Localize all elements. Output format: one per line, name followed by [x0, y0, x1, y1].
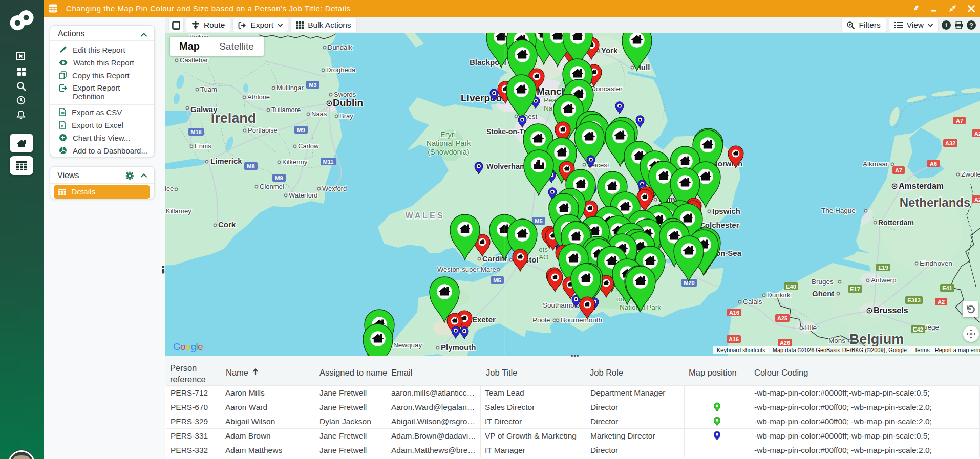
svg-text:Poole: Poole [532, 316, 550, 324]
svg-text:E313: E313 [907, 297, 921, 303]
svg-text:Tullamore: Tullamore [271, 106, 301, 114]
svg-text:Ennis: Ennis [195, 142, 211, 150]
svg-text:lee: lee [165, 185, 174, 192]
svg-text:Ireland: Ireland [211, 111, 257, 126]
svg-text:A25: A25 [777, 315, 787, 321]
svg-text:Portlaoise: Portlaoise [248, 126, 278, 134]
svg-text:Bray: Bray [339, 112, 353, 120]
svg-text:Carlow: Carlow [298, 142, 319, 150]
svg-text:Zwolle: Zwolle [961, 170, 980, 178]
svg-text:Exeter: Exeter [472, 315, 496, 324]
svg-text:Clonmel: Clonmel [260, 183, 284, 190]
svg-text:Brussels: Brussels [874, 306, 908, 315]
svg-text:E41: E41 [942, 285, 952, 291]
svg-text:A2: A2 [974, 196, 980, 203]
svg-text:x: x [61, 124, 63, 128]
svg-text:Mullingar: Mullingar [276, 84, 304, 92]
svg-text:E19: E19 [878, 265, 888, 271]
svg-text:Amsterdam: Amsterdam [899, 182, 944, 190]
svg-text:Tuam: Tuam [200, 85, 217, 93]
svg-text:Ghent: Ghent [812, 289, 834, 298]
svg-text:Killarney: Killarney [166, 207, 191, 215]
svg-text:A26: A26 [780, 340, 790, 346]
svg-text:E42: E42 [913, 326, 923, 333]
svg-text:A2: A2 [938, 299, 945, 305]
svg-text:Calais: Calais [743, 298, 762, 305]
svg-text:M18: M18 [190, 129, 201, 135]
svg-text:Mons: Mons [828, 337, 845, 344]
svg-text:A32: A32 [945, 140, 955, 146]
svg-text:E40: E40 [786, 283, 796, 290]
svg-text:Lille: Lille [804, 324, 817, 332]
svg-text:Dublin: Dublin [333, 97, 363, 108]
svg-text:Weston-super-Mare: Weston-super-Mare [437, 266, 496, 273]
svg-text:Doncaster: Doncaster [591, 85, 623, 93]
svg-text:Wexford: Wexford [322, 185, 347, 192]
svg-text:York: York [601, 46, 618, 55]
svg-text:Castlebar: Castlebar [180, 56, 208, 64]
svg-text:Eryri: Eryri [440, 130, 456, 139]
svg-text:M8: M8 [247, 163, 254, 169]
svg-text:Rotterdam: Rotterdam [878, 218, 914, 227]
svg-text:Ipswich: Ipswich [712, 207, 740, 215]
svg-text:Alkmaar: Alkmaar [863, 160, 888, 168]
svg-text:Netherlands: Netherlands [900, 195, 971, 209]
svg-text:Plymouth: Plymouth [441, 343, 476, 352]
svg-text:Kilkenny: Kilkenny [282, 158, 308, 166]
svg-text:Drogheda: Drogheda [326, 66, 356, 74]
svg-text:(Snowdonia): (Snowdonia) [428, 148, 469, 156]
svg-text:AO: AO [539, 253, 549, 261]
svg-text:Antwerp: Antwerp [871, 276, 897, 284]
svg-text:Galway: Galway [190, 105, 218, 114]
svg-text:The Hague: The Hague [821, 207, 856, 214]
svg-text:M5: M5 [535, 218, 542, 224]
svg-text:M11: M11 [323, 159, 334, 165]
svg-text:Wolverham: Wolverham [486, 162, 526, 170]
svg-text:National Park: National Park [426, 139, 471, 147]
svg-text:Bruges: Bruges [812, 278, 834, 286]
svg-text:Limerick: Limerick [210, 157, 242, 165]
svg-text:Belgium: Belgium [849, 332, 904, 347]
svg-text:M5: M5 [493, 277, 501, 283]
svg-text:ots: ots [539, 246, 548, 253]
svg-text:A7: A7 [895, 167, 902, 173]
svg-text:M9: M9 [297, 127, 305, 133]
svg-text:Dunkirk: Dunkirk [767, 291, 791, 299]
svg-text:E17: E17 [850, 286, 860, 292]
svg-text:WALES: WALES [406, 211, 445, 220]
svg-text:Newquay: Newquay [393, 341, 422, 349]
svg-text:Dundalk: Dundalk [328, 43, 352, 51]
svg-text:Waterford: Waterford [289, 191, 318, 199]
svg-text:M9: M9 [275, 175, 283, 181]
svg-text:A7: A7 [956, 118, 963, 124]
svg-text:A6: A6 [930, 161, 937, 167]
svg-text:Naas: Naas [311, 110, 327, 118]
svg-text:Eindhoven: Eindhoven [920, 259, 952, 267]
svg-text:Cork: Cork [218, 220, 236, 229]
svg-text:A16: A16 [729, 336, 739, 342]
svg-text:M3: M3 [309, 82, 316, 88]
svg-text:A16: A16 [729, 310, 739, 316]
svg-text:A2: A2 [974, 130, 980, 137]
svg-text:Bournemouth: Bournemouth [561, 316, 602, 324]
svg-text:Athlone: Athlone [247, 93, 270, 101]
